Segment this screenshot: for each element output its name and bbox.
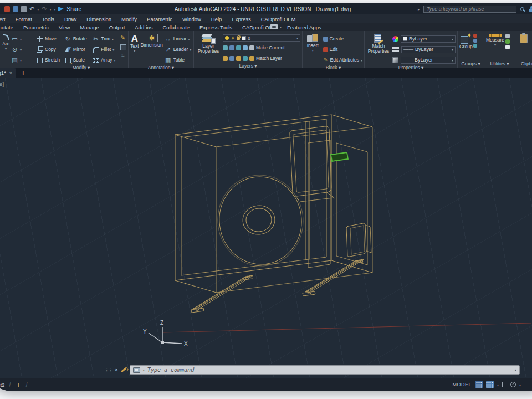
menu-help[interactable]: Help [207,16,227,23]
fillet-button[interactable]: Fillet▾ [92,45,117,54]
dimension-button[interactable]: ✲ Dimension [141,33,163,64]
panel-block-footer[interactable]: Block ▾ [303,64,364,71]
command-customize-icon[interactable] [121,367,127,372]
match-properties-button[interactable]: Match Properties [366,33,391,64]
stretch-button[interactable]: Stretch [36,55,63,64]
tab-addins[interactable]: Add-ins [130,24,157,30]
rotate-button[interactable]: ↻Rotate [64,34,91,43]
layer-properties-button[interactable]: Layer Properties [196,33,221,63]
linear-button[interactable]: ↔Linear▾ [165,34,191,43]
mirror-button[interactable]: Mirror [64,45,91,54]
menu-tools[interactable]: Tools [38,16,59,23]
command-grip-icon[interactable]: ⋮⋮ [104,367,112,373]
app-icon[interactable] [4,6,10,12]
linetype-select[interactable]: ——ByLayer▾ [401,57,456,64]
panel-draw-footer[interactable] [0,64,34,68]
panel-annotation-footer[interactable]: Annotation ▾ [129,64,193,71]
lineweight-select[interactable]: ——ByLayer▾ [401,46,456,53]
move-button[interactable]: Move [36,34,63,43]
redo-caret-icon[interactable]: ▾ [49,7,51,11]
new-layout-button[interactable]: + [11,381,26,389]
tab-express-tools[interactable]: Express Tools [195,24,237,30]
ribbon-display-toggle[interactable]: ▾ [270,24,282,29]
quick-calc-icon[interactable] [505,39,510,44]
account-icon[interactable] [528,6,532,12]
new-file-tab-button[interactable]: + [16,69,30,78]
copy-button[interactable]: Copy [36,45,63,54]
menu-window[interactable]: Window [178,16,206,23]
arc-button[interactable]: Arc ▾ [2,33,9,64]
tab-annotate[interactable]: Annotate [0,24,18,30]
command-recent-caret-icon[interactable]: ▾ [143,368,145,372]
share-icon[interactable] [58,7,64,11]
tab-manage[interactable]: Manage [75,24,103,30]
share-label[interactable]: Share [66,6,81,12]
color-wheel-icon[interactable] [392,36,398,42]
text-button[interactable]: A Text▾ [130,33,139,64]
color-select[interactable]: ByLayer▾ [401,35,456,43]
menu-insert[interactable]: Insert [0,16,10,23]
new-file-icon[interactable] [13,6,18,12]
measure-button[interactable]: Measure▾ [486,33,504,60]
tab-collaborate[interactable]: Collaborate [158,24,195,30]
tab-view[interactable]: View [54,24,74,30]
panel-clipboard-footer[interactable]: Clipboard ▾ [515,60,532,68]
selected-nameplate[interactable] [331,152,348,161]
snap-caret-icon[interactable]: ▾ [497,383,499,387]
lineweight-icon[interactable] [392,47,399,53]
tab-parametric[interactable]: Parametric [19,24,53,30]
menu-draw[interactable]: Draw [60,16,81,23]
transparency-icon[interactable] [392,57,398,63]
trim-button[interactable]: ✂Trim▾ [92,34,117,43]
panel-layers-footer[interactable]: Layers ▾ [194,63,302,69]
search-history-caret-icon[interactable]: ▸ [418,7,420,11]
group-edit-icon[interactable] [473,39,477,43]
undo-caret-icon[interactable]: ▾ [37,7,39,11]
command-input[interactable]: ▾ Type a command ▴ [130,365,520,375]
group-button[interactable]: Group [459,33,473,60]
menu-express[interactable]: Express [227,16,255,23]
menu-format[interactable]: Format [11,16,37,23]
insert-button[interactable]: Insert▾ [304,33,321,64]
id-point-icon[interactable] [505,45,510,49]
block-edit-button[interactable]: Edit [323,45,362,54]
explode-icon[interactable] [119,43,126,50]
ungroup-icon[interactable] [473,34,477,38]
panel-utilities-footer[interactable]: Utilities ▾ [484,60,515,68]
qat-customize-caret-icon[interactable]: ▾ [54,7,55,11]
more-modify-icon[interactable]: ≈ [119,52,126,59]
match-layer-button[interactable]: Match Layer [223,54,300,63]
command-scroll-icon[interactable]: ▴ [514,368,516,372]
menu-modify[interactable]: Modify [117,16,141,23]
ortho-icon[interactable] [502,382,507,387]
isodraft-caret-icon[interactable]: ▾ [519,383,521,387]
isodraft-icon[interactable] [510,382,516,387]
undo-icon[interactable]: ↶ [29,6,34,12]
block-create-button[interactable]: Create [323,34,362,43]
menu-dimension[interactable]: Dimension [82,16,116,23]
panel-properties-footer[interactable]: Properties ▾ [365,64,457,71]
tab-output[interactable]: Output [105,24,130,30]
menu-parametric[interactable]: Parametric [142,16,177,23]
ucs-icon[interactable] [149,327,182,344]
drawing-canvas[interactable]: [-][Top][2D Wireframe] [0,78,532,378]
wireframe-model[interactable]: Z Y X [0,78,532,376]
array-button[interactable]: Array▾ [92,55,117,64]
table-button[interactable]: ▦Table [165,55,191,64]
hatch-button[interactable]: ▤▾ [11,55,22,64]
redo-icon[interactable]: ↷ [42,6,47,12]
paste-button[interactable] [520,33,528,60]
leader-button[interactable]: ↗Leader▾ [165,45,191,54]
quick-select-icon[interactable] [505,34,510,38]
rectangle-button[interactable]: ▭▾ [11,34,22,43]
search-icon[interactable] [520,7,524,11]
grid-display-button[interactable] [475,381,483,388]
edit-attributes-button[interactable]: ✎Edit Attributes▾ [323,55,362,64]
circle-button[interactable]: ⊙▾ [11,45,22,54]
panel-groups-footer[interactable]: Groups ▾ [458,60,484,68]
file-tab-close-icon[interactable]: × [9,70,12,76]
tab-featured-apps[interactable]: Featured Apps [283,24,326,30]
snap-mode-button[interactable] [486,381,494,388]
layer-select[interactable]: ☀ 0 ▾ [223,34,300,42]
make-current-button[interactable]: Make Current [223,43,300,52]
